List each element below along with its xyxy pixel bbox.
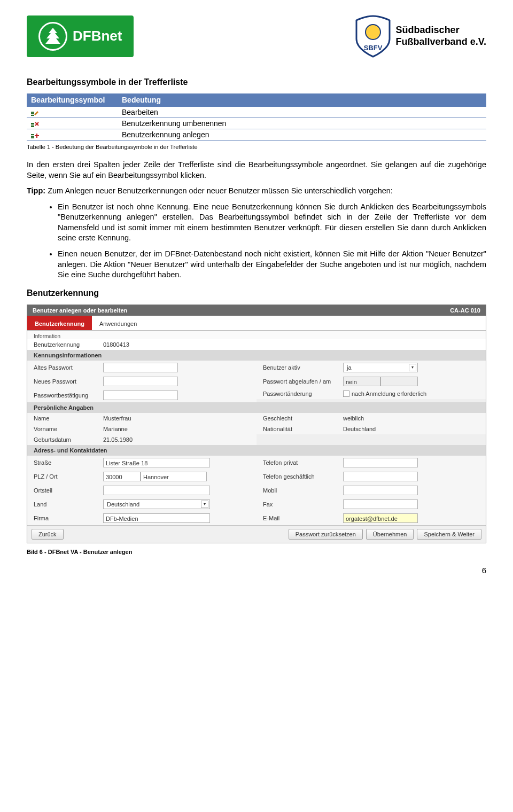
input-ortsteil[interactable] xyxy=(103,486,210,495)
logo-sbfv-line1: Südbadischer xyxy=(396,25,460,35)
svg-rect-2 xyxy=(31,112,34,113)
svg-rect-8 xyxy=(31,134,34,135)
section-kennungsinfo: Kennungsinformationen xyxy=(27,350,486,361)
label-land: Land xyxy=(34,501,103,508)
input-tel-geschaeftlich[interactable] xyxy=(343,472,418,481)
dropdown-land-val: Deutschland xyxy=(107,501,139,508)
dropdown-ben-aktiv-val: ja xyxy=(347,364,352,371)
para-tipp: Tipp: Zum Anlegen neuer Benutzerkennunge… xyxy=(27,186,486,197)
label-nationalitaet: Nationalität xyxy=(263,426,343,432)
label-name: Name xyxy=(34,415,103,421)
chevron-down-icon: ▾ xyxy=(409,364,416,371)
bullet-list: Ein Benutzer ist noch ohne Kennung. Eine… xyxy=(27,202,486,280)
btn-uebernehmen[interactable]: Übernehmen xyxy=(366,529,414,540)
input-pw-best[interactable] xyxy=(103,391,178,400)
input-pw-abg: nein xyxy=(343,377,380,386)
btn-zurueck[interactable]: Zurück xyxy=(32,529,64,540)
logo-sbfv-line2: Fußballverband e.V. xyxy=(396,36,486,47)
td-meaning: Bearbeiten xyxy=(118,107,486,118)
rename-icon xyxy=(31,121,40,127)
input-altes-pw[interactable] xyxy=(103,363,178,372)
label-tel-geschaeftlich: Telefon geschäftlich xyxy=(263,473,343,480)
logo-dfbnet-text: DFBnet xyxy=(73,28,122,44)
symbols-table: Bearbeitungssymbol Bedeutung Bearbeiten … xyxy=(27,93,486,140)
label-benutzerkennung: Benutzerkennung xyxy=(34,341,103,348)
label-geburtsdatum: Geburtsdatum xyxy=(34,436,103,443)
svg-rect-3 xyxy=(31,113,34,114)
tab-bar: Benutzerkennung Anwendungen xyxy=(27,316,486,331)
svg-rect-10 xyxy=(31,137,34,138)
heading-benutzerkennung: Benutzerkennung xyxy=(27,288,486,298)
value-geschlecht: weiblich xyxy=(343,415,364,421)
label-ortsteil: Ortsteil xyxy=(34,487,103,494)
table-row: Benutzerkennung anlegen xyxy=(27,129,486,140)
input-firma[interactable]: DFb-Medien xyxy=(103,513,210,523)
input-tel-privat[interactable] xyxy=(343,458,418,467)
value-name: Musterfrau xyxy=(103,415,131,421)
figure-caption: Bild 6 - DFBnet VA - Benutzer anlegen xyxy=(27,549,486,555)
label-altes-pw: Altes Passwort xyxy=(34,364,103,371)
section-information: Information xyxy=(27,331,486,339)
svg-point-0 xyxy=(366,25,380,40)
th-meaning: Bedeutung xyxy=(118,93,486,107)
label-vorname: Vorname xyxy=(34,426,103,432)
add-icon xyxy=(31,132,40,138)
panel-code: CA-AC 010 xyxy=(450,307,480,314)
screenshot-panel: Benutzer anlegen oder bearbeiten CA-AC 0… xyxy=(27,304,486,543)
label-ben-aktiv: Benutzer aktiv xyxy=(263,364,343,371)
th-symbol: Bearbeitungssymbol xyxy=(27,93,118,107)
page-number: 6 xyxy=(27,566,486,575)
input-email[interactable]: orgatest@dfbnet.de xyxy=(343,513,418,523)
action-bar: Zurück Passwort zurücksetzen Übernehmen … xyxy=(27,525,486,543)
input-fax[interactable] xyxy=(343,499,418,509)
input-mobil[interactable] xyxy=(343,486,418,495)
input-strasse[interactable]: Lister Straße 18 xyxy=(103,458,210,467)
label-pw-aend: Passwortänderung xyxy=(263,391,343,397)
heading-edit-symbols: Bearbeitungssymbole in der Trefferliste xyxy=(27,77,486,87)
value-vorname: Marianne xyxy=(103,426,128,432)
label-pw-aend-val: nach Anmeldung erforderlich xyxy=(352,391,426,397)
label-plz-ort: PLZ / Ort xyxy=(34,473,103,480)
tab-anwendungen[interactable]: Anwendungen xyxy=(92,316,144,330)
label-firma: Firma xyxy=(34,515,103,521)
btn-pw-reset[interactable]: Passwort zurücksetzen xyxy=(289,529,363,540)
input-plz[interactable]: 30000 xyxy=(103,472,141,481)
logo-dfbnet: DFBnet xyxy=(27,15,134,57)
label-geschlecht: Geschlecht xyxy=(263,415,343,421)
logo-sbfv-text: Südbadischer Fußballverband e.V. xyxy=(396,25,486,48)
input-ort[interactable]: Hannover xyxy=(141,472,207,481)
svg-text:SBFV: SBFV xyxy=(363,44,382,52)
edit-icon xyxy=(31,110,40,116)
dfb-eagle-icon xyxy=(38,22,67,51)
label-pw-best: Passwortbestätigung xyxy=(34,392,103,399)
btn-speichern-weiter[interactable]: Speichern & Weiter xyxy=(417,529,481,540)
input-neues-pw[interactable] xyxy=(103,377,178,386)
table-row: Benutzerkennung umbenennen xyxy=(27,118,486,129)
td-meaning: Benutzerkennung umbenennen xyxy=(118,118,486,129)
checkbox-pw-aend[interactable] xyxy=(343,391,349,397)
panel-header: Benutzer anlegen oder bearbeiten CA-AC 0… xyxy=(27,305,486,316)
section-persoenlich: Persönliche Angaben xyxy=(27,402,486,413)
label-fax: Fax xyxy=(263,501,343,508)
svg-rect-5 xyxy=(31,123,34,124)
label-email: E-Mail xyxy=(263,515,343,521)
tab-benutzerkennung[interactable]: Benutzerkennung xyxy=(27,316,92,330)
table-row: Bearbeiten xyxy=(27,107,486,118)
dropdown-ben-aktiv[interactable]: ja▾ xyxy=(343,363,418,372)
svg-rect-6 xyxy=(31,124,34,126)
dropdown-land[interactable]: Deutschland▾ xyxy=(103,499,210,509)
panel-title: Benutzer anlegen oder bearbeiten xyxy=(33,307,127,314)
list-item: Ein Benutzer ist noch ohne Kennung. Eine… xyxy=(58,202,486,244)
input-pw-abg-date xyxy=(380,377,418,386)
label-tel-privat: Telefon privat xyxy=(263,459,343,466)
chevron-down-icon: ▾ xyxy=(201,501,208,508)
para-intro: In den ersten drei Spalten jeder Zeile d… xyxy=(27,160,486,181)
list-item: Einen neuen Benutzer, der im DFBnet-Date… xyxy=(58,249,486,280)
tipp-label: Tipp: xyxy=(27,186,45,195)
svg-rect-4 xyxy=(31,115,34,116)
page-header: DFBnet SBFV Südbadischer Fußballverband … xyxy=(27,11,486,61)
sbfv-crest-icon: SBFV xyxy=(354,15,392,58)
table-caption: Tabelle 1 - Bedeutung der Bearbeitungssy… xyxy=(27,144,486,150)
td-meaning: Benutzerkennung anlegen xyxy=(118,129,486,140)
logo-sbfv: SBFV Südbadischer Fußballverband e.V. xyxy=(354,15,486,58)
